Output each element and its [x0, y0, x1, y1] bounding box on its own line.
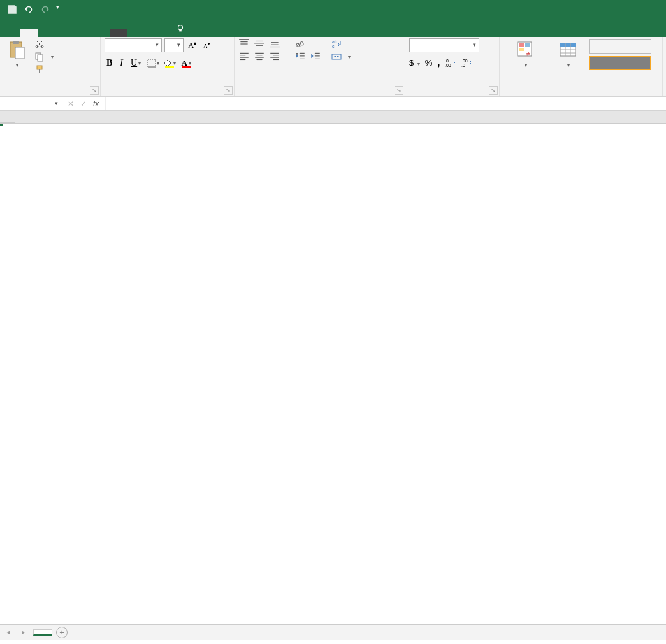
- percent-format-button[interactable]: %: [425, 58, 433, 68]
- tab-insert[interactable]: [38, 29, 56, 37]
- tab-page-layout[interactable]: [56, 29, 74, 37]
- spreadsheet-grid[interactable]: ◂ ▸ +: [0, 111, 666, 640]
- group-font: ▾ ▾ A▴ A▾ B I U▾ ▾ ▾ A▾ ↘: [101, 37, 235, 96]
- increase-decimal-button[interactable]: .0.00: [445, 58, 456, 67]
- svg-rect-11: [148, 59, 156, 67]
- undo-icon[interactable]: [23, 4, 34, 15]
- sheet-tabs: ◂ ▸ +: [0, 624, 666, 640]
- svg-rect-3: [13, 41, 19, 44]
- cancel-icon[interactable]: ✕: [68, 99, 74, 108]
- align-middle-button[interactable]: [254, 38, 265, 48]
- sheet-nav-next[interactable]: ▸: [18, 628, 29, 636]
- font-size-combo[interactable]: ▾: [164, 38, 184, 52]
- tab-home[interactable]: [20, 29, 38, 37]
- decrease-indent-button[interactable]: [294, 51, 306, 61]
- increase-indent-button[interactable]: [310, 51, 321, 61]
- bold-button[interactable]: B: [105, 58, 114, 68]
- dialog-launcher-icon[interactable]: ↘: [489, 86, 498, 95]
- add-sheet-button[interactable]: +: [56, 627, 68, 638]
- group-label-clipboard: [4, 94, 96, 96]
- group-styles: ≠ ▾ ▾: [500, 37, 663, 96]
- tell-me[interactable]: [176, 24, 190, 37]
- svg-text:.0: .0: [461, 63, 465, 67]
- italic-button[interactable]: I: [118, 58, 125, 68]
- svg-rect-49: [525, 43, 530, 47]
- svg-text:c: c: [332, 44, 335, 48]
- dialog-launcher-icon[interactable]: ↘: [395, 86, 403, 95]
- tab-data[interactable]: [92, 29, 110, 37]
- cut-button[interactable]: [32, 38, 56, 50]
- dialog-launcher-icon[interactable]: ↘: [224, 86, 233, 95]
- chevron-down-icon: ▾: [55, 100, 58, 106]
- copy-icon: [34, 52, 45, 62]
- border-button[interactable]: ▾: [147, 57, 159, 69]
- align-right-button[interactable]: [269, 51, 280, 61]
- wrap-text-button[interactable]: abc: [329, 38, 353, 50]
- align-top-button[interactable]: [238, 38, 250, 48]
- align-center-button[interactable]: [254, 51, 265, 61]
- ribbon: ▾ ▾ ↘ ▾ ▾ A▴ A▾ B I U▾ ▾ ▾: [0, 37, 666, 97]
- number-format-combo[interactable]: ▾: [409, 38, 479, 52]
- align-bottom-button[interactable]: [269, 38, 280, 48]
- qat-customize-icon[interactable]: ▾: [56, 4, 68, 15]
- copy-button[interactable]: ▾: [32, 51, 56, 62]
- svg-text:.0: .0: [445, 59, 449, 63]
- svg-text:.00: .00: [461, 59, 468, 63]
- group-number: ▾ $ ▾ % , .0.00 .00.0 ↘: [405, 37, 500, 96]
- svg-rect-8: [38, 55, 43, 61]
- scissors-icon: [34, 39, 45, 49]
- svg-text:ab: ab: [294, 39, 305, 48]
- svg-rect-48: [519, 43, 524, 47]
- table-icon: [558, 39, 578, 60]
- format-as-table-button[interactable]: ▾: [551, 38, 585, 69]
- group-label-number: [409, 94, 495, 96]
- svg-rect-9: [37, 66, 42, 69]
- name-box[interactable]: ▾: [0, 97, 61, 110]
- cell-style-check-cell[interactable]: [589, 56, 651, 70]
- svg-rect-4: [15, 47, 24, 59]
- svg-rect-42: [332, 54, 341, 59]
- comma-format-button[interactable]: ,: [437, 57, 440, 68]
- tab-formulas[interactable]: [74, 29, 92, 37]
- ribbon-tabs: [0, 19, 666, 37]
- select-all-corner[interactable]: [0, 111, 15, 123]
- enter-icon[interactable]: ✓: [80, 99, 87, 108]
- formula-input[interactable]: [106, 97, 666, 110]
- svg-text:ab: ab: [332, 39, 337, 44]
- sheet-tab-active[interactable]: [33, 629, 52, 636]
- cell-style-normal[interactable]: [589, 39, 651, 54]
- accounting-format-button[interactable]: $ ▾: [409, 58, 420, 68]
- chevron-down-icon: ▾: [156, 41, 159, 48]
- orientation-button[interactable]: ab▾: [294, 38, 306, 48]
- format-painter-button[interactable]: [32, 64, 56, 75]
- paste-button[interactable]: ▾: [4, 38, 29, 69]
- conditional-formatting-button[interactable]: ≠ ▾: [503, 38, 547, 69]
- align-left-button[interactable]: [238, 51, 250, 61]
- chevron-down-icon: ▾: [177, 41, 180, 48]
- fill-color-button[interactable]: ▾: [163, 57, 176, 69]
- save-icon[interactable]: [6, 4, 18, 15]
- titlebar: ▾: [0, 0, 666, 19]
- tab-file[interactable]: [3, 29, 20, 37]
- svg-rect-50: [519, 48, 524, 51]
- merge-icon: [331, 52, 342, 62]
- decrease-decimal-button[interactable]: .00.0: [461, 58, 473, 67]
- decrease-font-button[interactable]: A▾: [201, 41, 212, 50]
- wrap-text-icon: abc: [331, 39, 342, 49]
- tab-view[interactable]: [127, 29, 145, 37]
- merge-center-button[interactable]: ▾: [329, 51, 353, 62]
- tab-help[interactable]: [145, 29, 163, 37]
- group-label-font: [105, 94, 230, 96]
- tab-review[interactable]: [110, 29, 127, 37]
- font-color-button[interactable]: A▾: [180, 57, 192, 69]
- dialog-launcher-icon[interactable]: ↘: [90, 86, 99, 95]
- svg-rect-1: [179, 30, 182, 32]
- fx-icon[interactable]: fx: [93, 99, 99, 108]
- increase-font-button[interactable]: A▴: [186, 40, 198, 50]
- font-name-combo[interactable]: ▾: [105, 38, 162, 52]
- svg-text:.00: .00: [445, 63, 451, 67]
- underline-button[interactable]: U▾: [129, 58, 143, 68]
- redo-icon[interactable]: [40, 4, 51, 15]
- brush-icon: [34, 64, 45, 75]
- sheet-nav-prev[interactable]: ◂: [3, 628, 14, 636]
